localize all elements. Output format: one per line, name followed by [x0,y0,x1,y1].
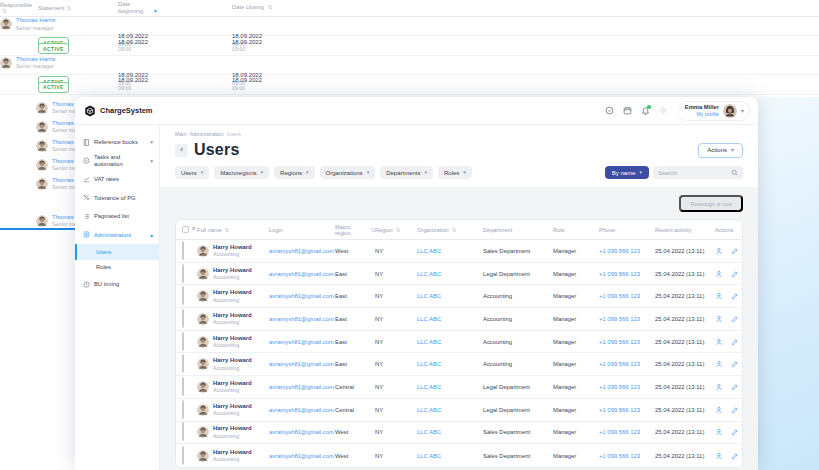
table-row[interactable]: Harry Howard Accounting avramysh81@gmail… [176,422,742,445]
sidebar-item[interactable]: Tasks and automation ▾ [75,152,159,171]
column-header[interactable]: Full name⇅ [197,227,269,233]
background-person-row[interactable]: Thomas Harris Senior manager [36,98,76,117]
table-row[interactable]: Harry Howard Accounting avramysh81@gmail… [176,331,742,354]
user-name[interactable]: Harry Howard [213,267,252,274]
responsible-person[interactable]: Thomas Harris Senior manager [0,56,118,70]
sort-desc-icon[interactable]: ▾ [154,8,157,14]
login-link[interactable]: avramysh81@gmail.com [269,339,335,345]
background-table-row[interactable]: Thomas Harris Senior manager ACTIVE 18.0… [0,17,819,36]
column-header[interactable]: Actions [715,227,742,233]
sort-icon[interactable]: ⇅ [66,5,71,11]
edit-pencil-icon[interactable] [731,406,739,414]
sidebar-item[interactable]: Tolerance of PG [75,189,159,208]
sort-icon[interactable]: ⇅ [2,8,7,14]
column-header[interactable]: Phone [599,227,655,233]
organization-link[interactable]: LLC ABC [417,453,483,459]
user-profile-action-icon[interactable] [715,315,723,323]
user-profile-action-icon[interactable] [715,247,723,255]
user-name[interactable]: Harry Howard [213,244,252,251]
phone-link[interactable]: +1 099 566 123 [599,361,655,367]
table-row[interactable]: Harry Howard Accounting avramysh81@gmail… [176,308,742,331]
row-checkbox[interactable] [182,241,184,260]
user-name[interactable]: Harry Howard [213,357,252,364]
login-link[interactable]: avramysh81@gmail.com [269,407,335,413]
column-header[interactable]: Recent activity [655,227,715,233]
background-column-header[interactable]: Date beginning▾ [118,1,232,15]
edit-pencil-icon[interactable] [731,270,739,278]
user-name[interactable]: Harry Howard [213,380,252,387]
filter-dropdown[interactable]: Macroregions▾ [214,166,269,179]
table-row[interactable]: Harry Howard Accounting avramysh81@gmail… [176,399,742,422]
filter-dropdown[interactable]: Organizations▾ [320,166,376,179]
column-header[interactable]: Region⇅ [375,227,417,233]
login-link[interactable]: avramysh81@gmail.com [269,293,335,299]
phone-link[interactable]: +1 099 566 123 [599,271,655,277]
user-profile-action-icon[interactable] [715,270,723,278]
background-table-row[interactable]: Thomas Harris Senior manager ACTIVE 18.0… [0,56,819,75]
login-link[interactable]: avramysh81@gmail.com [269,248,335,254]
user-name[interactable]: Harry Howard [213,449,252,456]
user-name[interactable]: Harry Howard [213,425,252,432]
organization-link[interactable]: LLC ABC [417,293,483,299]
table-row[interactable]: Harry Howard Accounting avramysh81@gmail… [176,376,742,399]
sidebar-item[interactable]: Reference books ▾ [75,133,159,152]
login-link[interactable]: avramysh81@gmail.com [269,271,335,277]
background-table-row[interactable]: ACTIVE 18.09.2022 09:00 18.09.2022 09:00 [0,36,819,55]
tasks-check-icon[interactable] [605,106,614,115]
reassign-role-button[interactable]: Reassign a role [679,195,743,212]
table-row[interactable]: Harry Howard Accounting avramysh81@gmail… [176,444,742,467]
organization-link[interactable]: LLC ABC [417,248,483,254]
row-checkbox[interactable] [182,400,184,419]
row-checkbox[interactable] [182,286,184,305]
column-header[interactable]: Role [553,227,599,233]
login-link[interactable]: avramysh81@gmail.com [269,429,335,435]
organization-link[interactable]: LLC ABC [417,316,483,322]
profile-link[interactable]: My profile [685,111,719,117]
phone-link[interactable]: +1 099 566 123 [599,339,655,345]
background-column-header[interactable]: Statement⇅ [38,5,118,11]
organization-link[interactable]: LLC ABC [417,407,483,413]
search-by-dropdown[interactable]: By name▾ [605,166,649,179]
user-profile-action-icon[interactable] [715,383,723,391]
sidebar-item[interactable]: Administrators ▴ [75,226,159,245]
row-checkbox[interactable] [182,309,184,328]
user-name[interactable]: Harry Howard [213,312,252,319]
select-all-checkbox[interactable] [182,226,189,233]
filter-dropdown[interactable]: Departments▾ [380,166,433,179]
filter-dropdown[interactable]: Roles▾ [438,166,472,179]
organization-link[interactable]: LLC ABC [417,429,483,435]
row-checkbox[interactable] [182,446,184,465]
row-checkbox[interactable] [182,354,184,373]
phone-link[interactable]: +1 099 566 123 [599,316,655,322]
brand[interactable]: ChargeSystem [84,105,153,117]
login-link[interactable]: avramysh81@gmail.com [269,453,335,459]
responsible-person[interactable]: Thomas Harris Senior manager [0,17,118,31]
search-icon[interactable] [731,169,738,176]
sort-icon[interactable]: ⇅ [396,227,401,233]
user-profile-action-icon[interactable] [715,338,723,346]
phone-link[interactable]: +1 099 566 123 [599,429,655,435]
column-header[interactable]: Login [269,227,335,233]
sort-icon[interactable]: ⇅ [268,4,273,10]
user-profile-action-icon[interactable] [715,428,723,436]
actions-button[interactable]: Actions▾ [698,143,743,158]
filter-dropdown[interactable]: Regions▾ [274,166,315,179]
row-checkbox[interactable] [182,377,184,396]
edit-pencil-icon[interactable] [731,452,739,460]
user-profile-action-icon[interactable] [715,406,723,414]
row-checkbox[interactable] [182,422,184,441]
phone-link[interactable]: +1 099 566 123 [599,293,655,299]
phone-link[interactable]: +1 099 566 123 [599,248,655,254]
row-checkbox[interactable] [182,332,184,351]
row-checkbox[interactable] [182,264,184,283]
table-row[interactable]: Harry Howard Accounting avramysh81@gmail… [176,353,742,376]
back-button[interactable]: ‹ [175,144,188,157]
user-profile-action-icon[interactable] [715,452,723,460]
organization-link[interactable]: LLC ABC [417,339,483,345]
table-row[interactable]: Harry Howard Accounting avramysh81@gmail… [176,285,742,308]
background-person-row[interactable]: Thomas Harris Senior manager [36,155,76,174]
organization-link[interactable]: LLC ABC [417,271,483,277]
sidebar-item[interactable]: Users [75,244,159,260]
login-link[interactable]: avramysh81@gmail.com [269,361,335,367]
filter-dropdown[interactable]: Users▾ [175,166,209,179]
